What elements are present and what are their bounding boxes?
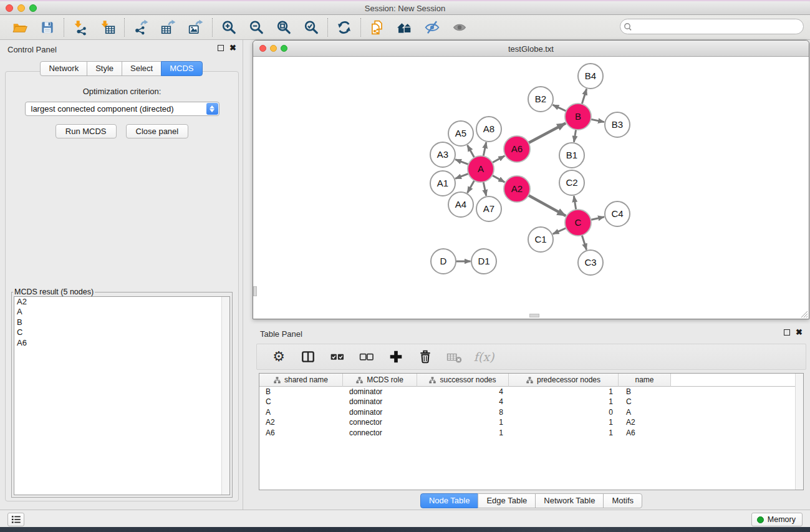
graph-node-A6[interactable]: A6 xyxy=(504,136,530,162)
result-item[interactable]: A xyxy=(14,307,229,317)
column-header-name[interactable]: name xyxy=(619,374,671,387)
graph-node-A[interactable]: A xyxy=(468,156,494,182)
result-item[interactable]: C xyxy=(14,327,229,337)
table-cell[interactable]: 1 xyxy=(417,428,509,438)
table-cell[interactable]: 1 xyxy=(417,417,509,427)
table-cell[interactable]: C xyxy=(259,397,343,407)
tab-node-table[interactable]: Node Table xyxy=(420,493,479,508)
select-all-button[interactable] xyxy=(329,349,345,365)
graph-node-B2[interactable]: B2 xyxy=(528,87,553,112)
export-image-button[interactable] xyxy=(186,18,205,37)
close-table-panel-icon[interactable]: ✖ xyxy=(796,329,803,336)
float-table-panel-icon[interactable] xyxy=(784,329,790,336)
table-cell[interactable]: A6 xyxy=(619,428,671,438)
close-panel-icon[interactable]: ✖ xyxy=(229,45,236,51)
tab-network[interactable]: Network xyxy=(40,61,87,76)
table-cell[interactable]: A xyxy=(259,407,343,417)
column-header-successor-nodes[interactable]: successor nodes xyxy=(417,374,509,387)
result-list-scrollbar[interactable] xyxy=(221,297,229,495)
table-cell[interactable]: B xyxy=(259,387,343,397)
graph-node-C2[interactable]: C2 xyxy=(559,170,584,195)
open-file-button[interactable] xyxy=(11,18,29,37)
table-cell[interactable]: 4 xyxy=(417,397,509,407)
eye-slash-button[interactable] xyxy=(423,18,441,37)
table-cell[interactable]: 1 xyxy=(509,387,619,397)
export-table-button[interactable] xyxy=(159,18,178,37)
import-network-button[interactable] xyxy=(71,18,90,37)
table-row[interactable]: Cdominator41C xyxy=(259,397,803,407)
table-cell[interactable]: connector xyxy=(343,417,417,427)
double-house-button[interactable] xyxy=(395,18,414,37)
table-cell[interactable]: 4 xyxy=(417,387,509,397)
save-session-button[interactable] xyxy=(38,18,57,37)
graph-node-A1[interactable]: A1 xyxy=(430,171,455,196)
graph-node-B[interactable]: B xyxy=(565,104,591,130)
tab-edge-table[interactable]: Edge Table xyxy=(478,493,536,508)
canvas-vertical-scroll-indicator[interactable] xyxy=(253,286,257,296)
split-columns-button[interactable] xyxy=(300,349,316,365)
graph-node-A7[interactable]: A7 xyxy=(476,196,501,221)
graph-node-B4[interactable]: B4 xyxy=(578,64,603,89)
network-document-button[interactable] xyxy=(368,18,387,37)
graph-node-D1[interactable]: D1 xyxy=(471,249,496,274)
result-item[interactable]: A2 xyxy=(14,297,229,307)
canvas-horizontal-scroll-indicator[interactable] xyxy=(529,314,539,317)
table-cell[interactable]: 1 xyxy=(509,428,619,438)
graph-node-C1[interactable]: C1 xyxy=(528,227,553,252)
result-item[interactable]: A6 xyxy=(14,338,229,348)
graph-node-A2[interactable]: A2 xyxy=(504,176,530,202)
graph-node-C[interactable]: C xyxy=(565,210,591,236)
delete-column-button[interactable] xyxy=(417,349,433,365)
table-cell[interactable]: A xyxy=(619,407,671,417)
table-row[interactable]: Bdominator41B xyxy=(259,387,803,397)
table-cell[interactable]: dominator xyxy=(343,407,417,417)
graph-node-B1[interactable]: B1 xyxy=(559,143,584,168)
table-row[interactable]: A6connector11A6 xyxy=(259,428,803,438)
column-header-shared-name[interactable]: shared name xyxy=(259,374,343,387)
zoom-out-button[interactable] xyxy=(247,18,266,37)
export-network-button[interactable] xyxy=(132,18,150,37)
zoom-fit-button[interactable] xyxy=(274,18,293,37)
column-header-predecessor-nodes[interactable]: predecessor nodes xyxy=(509,374,619,387)
table-cell[interactable]: connector xyxy=(343,428,417,438)
table-cell[interactable]: A2 xyxy=(619,417,671,427)
run-mcds-button[interactable]: Run MCDS xyxy=(55,124,117,138)
tab-network-table[interactable]: Network Table xyxy=(535,493,604,508)
graph-node-B3[interactable]: B3 xyxy=(605,112,630,137)
graph-node-A5[interactable]: A5 xyxy=(448,121,473,146)
network-canvas[interactable]: AA1A2A3A4A5A6A7A8BB1B2B3B4CC1C2C3C4DD1 xyxy=(253,57,809,319)
task-history-button[interactable] xyxy=(7,513,24,526)
table-cell[interactable]: 1 xyxy=(509,397,619,407)
import-table-button[interactable] xyxy=(99,18,117,37)
tab-mcds[interactable]: MCDS xyxy=(161,61,202,76)
graph-node-A8[interactable]: A8 xyxy=(476,117,501,142)
table-cell[interactable]: B xyxy=(619,387,671,397)
mcds-result-list[interactable]: A2ABCA6 xyxy=(14,296,230,495)
table-cell[interactable]: dominator xyxy=(343,397,417,407)
result-item[interactable]: B xyxy=(14,317,229,327)
zoom-in-button[interactable] xyxy=(219,18,238,37)
float-panel-icon[interactable] xyxy=(218,45,224,51)
graph-node-A3[interactable]: A3 xyxy=(430,142,455,167)
graph-node-C3[interactable]: C3 xyxy=(578,250,603,275)
table-cell[interactable]: A2 xyxy=(259,417,343,427)
tab-style[interactable]: Style xyxy=(87,61,122,76)
deselect-all-button[interactable] xyxy=(359,349,375,365)
table-cell[interactable]: 1 xyxy=(509,417,619,427)
table-row[interactable]: Adominator80A xyxy=(259,407,803,417)
table-cell[interactable]: dominator xyxy=(343,387,417,397)
refresh-button[interactable] xyxy=(335,18,354,37)
memory-button[interactable]: Memory xyxy=(751,513,803,526)
table-cell[interactable]: 0 xyxy=(509,407,619,417)
close-panel-button[interactable]: Close panel xyxy=(126,124,189,138)
graph-node-A4[interactable]: A4 xyxy=(448,192,473,217)
tab-select[interactable]: Select xyxy=(122,61,162,76)
graph-node-C4[interactable]: C4 xyxy=(605,201,630,226)
search-input[interactable] xyxy=(637,22,796,31)
column-header-MCDS-role[interactable]: MCDS role xyxy=(343,374,417,387)
table-scrollbar[interactable] xyxy=(795,374,803,490)
table-cell[interactable]: A6 xyxy=(259,428,343,438)
tab-motifs[interactable]: Motifs xyxy=(603,493,642,508)
table-cell[interactable]: C xyxy=(619,397,671,407)
optimization-criterion-select[interactable]: largest connected component (directed) xyxy=(25,102,219,116)
